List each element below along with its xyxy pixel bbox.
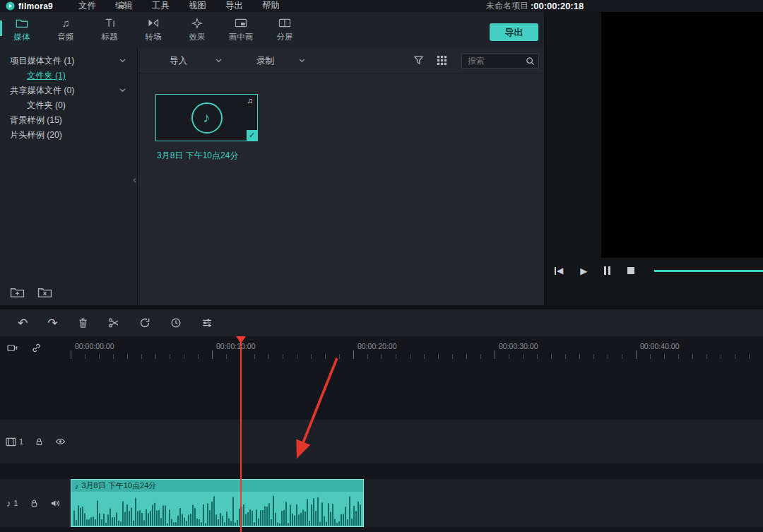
sidebar-item-folder-0-label: 文件夹 (0) — [27, 100, 66, 110]
split-scissors-icon[interactable] — [108, 317, 119, 329]
video-track-number: 1 — [19, 437, 23, 446]
tab-audio[interactable]: ♫ 音频 — [44, 17, 88, 48]
audio-track-lock-icon[interactable] — [30, 499, 39, 508]
app-logo: filmora9 — [6, 1, 53, 11]
pause-button[interactable] — [604, 266, 610, 275]
sidebar-item-background-samples-label: 背景样例 (15) — [10, 115, 62, 125]
menu-items: 文件 编辑 工具 视图 导出 帮助 — [78, 0, 280, 12]
audio-clip-label: 3月8日 下午10点24分 — [82, 480, 157, 491]
redo-icon[interactable]: ↷ — [47, 317, 57, 329]
search-box — [461, 53, 539, 69]
sidebar-collapse-handle[interactable]: ‹ — [133, 174, 136, 184]
menu-bar: filmora9 文件 编辑 工具 视图 导出 帮助 未命名项目 :00:00:… — [0, 0, 763, 12]
sidebar-item-project-media-label: 项目媒体文件 (1) — [10, 56, 74, 66]
speed-render-icon[interactable] — [139, 317, 150, 329]
audio-track-number: 1 — [14, 499, 18, 507]
sidebar-item-folder-1-label: 文件夹 (1) — [27, 71, 66, 81]
chevron-down-icon[interactable] — [119, 59, 126, 63]
stop-button[interactable] — [627, 267, 634, 274]
sidebar-item-intro-samples-label: 片头样例 (20) — [10, 130, 62, 140]
tab-transitions-label: 转场 — [146, 32, 162, 42]
chevron-down-icon[interactable] — [119, 88, 126, 93]
menu-file[interactable]: 文件 — [78, 0, 96, 12]
audio-badge-icon: ♫ — [247, 96, 253, 105]
tab-titles-label: 标题 — [102, 32, 118, 42]
media-panel: 导入 录制 ♪ ♫ ✓ 3月8日 下午10点24分 — [138, 48, 544, 305]
menu-tools[interactable]: 工具 — [152, 0, 170, 12]
ruler-label-4: 00:00:40:00 — [640, 342, 679, 350]
sidebar-item-intro-samples[interactable]: 片头样例 (20) — [0, 128, 137, 143]
playhead-line[interactable] — [240, 336, 242, 532]
active-tab-indicator — [0, 20, 2, 36]
add-folder-icon[interactable] — [10, 286, 25, 298]
preview-panel: ◀ ▶ — [544, 12, 763, 305]
audio-track-mute-icon[interactable] — [50, 499, 60, 508]
grid-view-icon[interactable] — [437, 55, 447, 66]
audio-file-icon: ♪ — [191, 102, 223, 134]
video-track-header: 1 — [0, 420, 71, 463]
export-button[interactable]: 导出 — [490, 23, 538, 41]
delete-folder-icon[interactable] — [37, 286, 52, 298]
filter-icon[interactable] — [413, 55, 424, 66]
search-icon[interactable] — [526, 57, 535, 66]
ruler-label-2: 00:00:20:00 — [357, 342, 396, 350]
split-screen-icon — [278, 17, 291, 29]
tab-effects-label: 效果 — [189, 32, 206, 42]
audio-clip-note-icon: ♪ — [75, 482, 79, 490]
filmora-logo-icon — [6, 1, 15, 11]
adjust-mixer-icon[interactable] — [201, 317, 213, 329]
menu-edit[interactable]: 编辑 — [115, 0, 133, 12]
add-track-icon[interactable] — [7, 343, 19, 353]
audio-clip-header: ♪ 3月8日 下午10点24分 — [71, 480, 363, 492]
filmora-app-window: filmora9 文件 编辑 工具 视图 导出 帮助 未命名项目 :00:00:… — [0, 0, 763, 532]
tab-effects[interactable]: 效果 — [175, 17, 219, 48]
import-button[interactable]: 导入 — [170, 55, 187, 67]
video-track-icon — [6, 437, 16, 447]
media-folder-icon — [16, 17, 28, 29]
ruler-label-3: 00:00:30:00 — [499, 342, 538, 350]
project-timecode: :00:00:20:18 — [531, 1, 584, 11]
sidebar-folder-actions — [10, 286, 52, 298]
tab-media-label: 媒体 — [14, 32, 30, 42]
in-use-check-icon: ✓ — [247, 130, 257, 141]
playhead-handle[interactable] — [236, 336, 246, 343]
video-preview-area — [601, 12, 763, 258]
tab-split-screen[interactable]: 分屏 — [263, 17, 307, 48]
sidebar-item-background-samples[interactable]: 背景样例 (15) — [0, 113, 137, 128]
duration-clock-icon[interactable] — [170, 317, 182, 329]
timeline-toolbar: ↶ ↷ — [0, 309, 763, 336]
tab-media[interactable]: 媒体 — [0, 17, 44, 48]
media-item-thumbnail[interactable]: ♪ ♫ ✓ — [155, 94, 258, 141]
playback-progress-slider[interactable] — [654, 270, 763, 272]
tab-transitions[interactable]: 转场 — [131, 17, 175, 48]
timeline-ruler[interactable]: 00:00:00:00 00:00:10:00 00:00:20:00 00:0… — [0, 336, 763, 360]
video-track-lane[interactable] — [0, 420, 763, 463]
pip-icon — [235, 17, 247, 29]
import-chevron-icon[interactable] — [215, 59, 222, 63]
link-icon[interactable] — [31, 343, 42, 353]
previous-frame-button[interactable]: ◀ — [555, 266, 563, 276]
delete-icon[interactable] — [78, 317, 88, 329]
video-track-lock-icon[interactable] — [35, 437, 44, 447]
sidebar-item-folder-0[interactable]: 文件夹 (0) — [0, 98, 137, 113]
audio-clip[interactable]: ♪ 3月8日 下午10点24分 — [71, 479, 364, 527]
timeline-track-actions — [7, 343, 42, 353]
sidebar-item-project-media[interactable]: 项目媒体文件 (1) — [0, 54, 137, 69]
undo-icon[interactable]: ↶ — [18, 317, 28, 329]
menu-view[interactable]: 视图 — [189, 0, 206, 12]
play-button[interactable]: ▶ — [580, 266, 587, 276]
sidebar-item-folder-1[interactable]: 文件夹 (1) — [0, 69, 137, 83]
record-chevron-icon[interactable] — [299, 59, 305, 63]
video-track-visibility-icon[interactable] — [55, 437, 66, 446]
sidebar-item-shared-media[interactable]: 共享媒体文件 (0) — [0, 83, 137, 98]
menu-export[interactable]: 导出 — [225, 0, 243, 12]
tab-split-screen-label: 分屏 — [277, 32, 293, 42]
menu-help[interactable]: 帮助 — [262, 0, 280, 12]
tab-titles[interactable]: 标题 — [88, 17, 131, 48]
record-button[interactable]: 录制 — [256, 55, 274, 67]
tab-audio-label: 音频 — [58, 32, 74, 42]
tab-pip[interactable]: 画中画 — [219, 17, 263, 48]
media-library-sidebar: 项目媒体文件 (1) 文件夹 (1) 共享媒体文件 (0) 文件夹 (0) 背景… — [0, 48, 138, 305]
timeline: 00:00:00:00 00:00:10:00 00:00:20:00 00:0… — [0, 336, 763, 532]
title-icon — [104, 17, 116, 29]
